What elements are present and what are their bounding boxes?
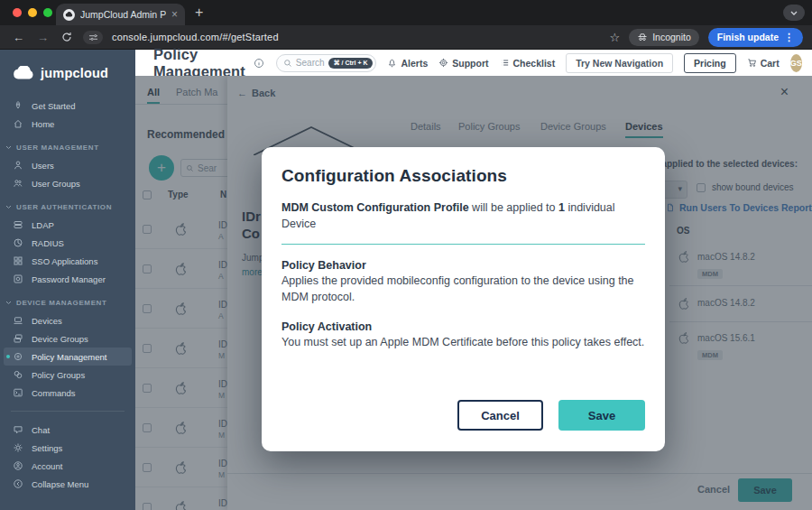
reload-icon[interactable]	[61, 32, 72, 42]
cart-button[interactable]: Cart	[747, 58, 780, 69]
users-group-icon	[13, 178, 23, 189]
sidebar-item-radius[interactable]: RADIUS	[0, 234, 135, 252]
sidebar-divider	[11, 411, 125, 412]
sidebar-item-label: Devices	[32, 316, 62, 326]
kebab-menu-icon: ⋮	[784, 32, 794, 43]
configuration-associations-modal: Configuration Associations MDM Custom Co…	[262, 147, 665, 451]
forward-icon[interactable]: →	[37, 31, 49, 44]
sidebar-item-chat[interactable]: Chat	[0, 421, 135, 439]
summary-text: will be applied to	[469, 201, 558, 214]
incognito-icon	[637, 32, 648, 42]
pricing-button[interactable]: Pricing	[684, 53, 736, 73]
chevron-down-icon	[5, 145, 12, 150]
chat-bubble-icon	[13, 424, 23, 435]
sidebar-section-user-authentication[interactable]: USER AUTHENTICATION	[0, 198, 135, 216]
new-tab-button[interactable]: +	[195, 5, 203, 21]
search-icon	[283, 59, 292, 68]
global-search-input[interactable]: Search ⌘ / Ctrl + K	[276, 54, 377, 72]
browser-tab[interactable]: JumpCloud Admin Portal ×	[56, 4, 185, 25]
policy-target-icon	[13, 351, 23, 362]
sidebar-item-label: Device Groups	[32, 334, 88, 344]
policy-name: MDM Custom Configuration Profile	[281, 201, 469, 214]
sidebar: jumpcloud Get Started Home USER MANAGEME…	[0, 50, 135, 510]
cart-icon	[747, 58, 757, 68]
policy-activation-heading: Policy Activation	[281, 320, 645, 333]
sidebar-item-account[interactable]: Account	[0, 457, 135, 475]
sidebar-item-settings[interactable]: Settings	[0, 439, 135, 457]
sidebar-item-policy-groups[interactable]: Policy Groups	[0, 366, 135, 384]
finish-update-label: Finish update	[717, 32, 779, 42]
info-icon[interactable]	[254, 58, 264, 69]
tab-title: JumpCloud Admin Portal	[80, 9, 166, 20]
sidebar-item-label: Chat	[32, 425, 50, 435]
minimize-window-button[interactable]	[28, 8, 37, 17]
sidebar-item-ldap[interactable]: LDAP	[0, 216, 135, 234]
incognito-label: Incognito	[652, 32, 691, 42]
screenshot-root: JumpCloud Admin Portal × + ← → console.j…	[0, 0, 812, 510]
device-groups-icon	[13, 333, 23, 344]
sidebar-item-get-started[interactable]: Get Started	[0, 97, 135, 115]
browser-nav-bar: ← → console.jumpcloud.com/#/getStarted ☆…	[0, 25, 812, 50]
save-button[interactable]: Save	[558, 400, 645, 431]
sidebar-item-label: User Groups	[32, 179, 80, 189]
sidebar-item-label: Home	[32, 119, 54, 129]
sidebar-item-user-groups[interactable]: User Groups	[0, 174, 135, 192]
logo-text: jumpcloud	[41, 66, 108, 80]
avatar[interactable]: GS	[790, 54, 802, 72]
policy-behavior-text: Applies the provided mobileconfig config…	[281, 274, 647, 306]
chrome-menu-chevron-icon[interactable]	[783, 5, 805, 21]
alerts-button[interactable]: Alerts	[387, 58, 428, 69]
home-icon	[13, 118, 23, 129]
back-icon[interactable]: ←	[13, 31, 24, 44]
close-window-button[interactable]	[13, 8, 22, 17]
cancel-button[interactable]: Cancel	[457, 400, 543, 431]
sidebar-item-policy-management[interactable]: Policy Management	[4, 348, 132, 366]
sidebar-item-label: Commands	[32, 388, 76, 398]
sidebar-item-label: Policy Management	[32, 352, 106, 362]
try-new-navigation-button[interactable]: Try New Navigation	[566, 53, 673, 73]
sidebar-item-collapse-menu[interactable]: Collapse Menu	[0, 475, 135, 493]
user-icon	[13, 160, 23, 171]
search-shortcut-badge: ⌘ / Ctrl + K	[328, 58, 374, 69]
workarea: All Patch Ma Recommended P + Sear Type N…	[135, 76, 812, 510]
support-gear-icon	[438, 58, 448, 68]
rocket-icon	[13, 100, 23, 111]
policy-groups-icon	[13, 369, 23, 380]
support-button[interactable]: Support	[438, 58, 488, 69]
browser-tab-strip: JumpCloud Admin Portal × +	[0, 0, 812, 25]
tab-close-icon[interactable]: ×	[171, 8, 178, 21]
site-info-icon[interactable]	[83, 31, 103, 44]
address-bar-url[interactable]: console.jumpcloud.com/#/getStarted	[112, 32, 279, 42]
sidebar-item-devices[interactable]: Devices	[0, 311, 135, 329]
gear-icon	[13, 442, 23, 453]
checklist-button[interactable]: Checklist	[500, 58, 556, 69]
sidebar-item-label: Users	[32, 161, 54, 171]
account-circle-icon	[13, 460, 23, 471]
bookmark-star-icon[interactable]: ☆	[609, 31, 620, 44]
sidebar-section-device-management[interactable]: DEVICE MANAGEMENT	[0, 293, 135, 311]
sidebar-item-label: Account	[32, 461, 62, 471]
sidebar-item-users[interactable]: Users	[0, 156, 135, 174]
sidebar-item-label: Collapse Menu	[32, 479, 88, 489]
incognito-badge: Incognito	[629, 29, 699, 46]
finish-update-button[interactable]: Finish update ⋮	[708, 28, 803, 47]
sidebar-item-device-groups[interactable]: Device Groups	[0, 329, 135, 348]
modal-actions: Cancel Save	[457, 400, 645, 431]
sidebar-section-label: USER MANAGEMENT	[16, 144, 99, 152]
cart-label: Cart	[761, 58, 780, 69]
sidebar-item-label: SSO Applications	[32, 256, 97, 266]
server-icon	[13, 219, 23, 230]
sidebar-item-home[interactable]: Home	[0, 115, 135, 133]
laptop-icon	[13, 315, 23, 326]
maximize-window-button[interactable]	[43, 8, 52, 17]
sidebar-section-user-management[interactable]: USER MANAGEMENT	[0, 138, 135, 156]
chevron-down-icon	[5, 205, 12, 209]
chevron-down-icon	[5, 301, 12, 305]
jumpcloud-logo[interactable]: jumpcloud	[0, 50, 135, 86]
page-title: Policy Management	[153, 46, 245, 80]
sidebar-item-label: Policy Groups	[32, 370, 85, 380]
sidebar-item-commands[interactable]: Commands	[0, 384, 135, 402]
sidebar-item-sso-applications[interactable]: SSO Applications	[0, 252, 135, 270]
sidebar-item-password-manager[interactable]: Password Manager	[0, 270, 135, 288]
radius-pie-icon	[13, 237, 23, 248]
